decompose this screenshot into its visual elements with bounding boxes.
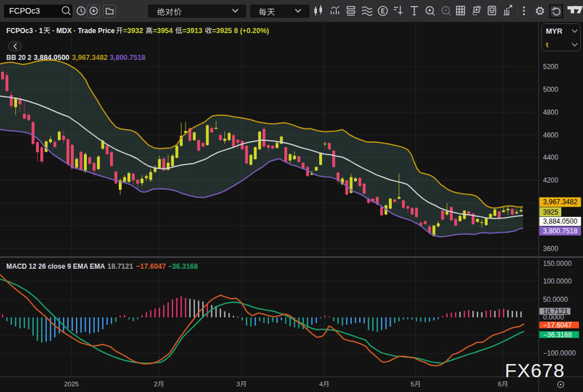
svg-text:3,967.3482: 3,967.3482 [543, 198, 577, 206]
svg-text:FX678: FX678 [505, 359, 565, 381]
svg-text:3,884.0500: 3,884.0500 [34, 54, 70, 62]
svg-text:=3954: =3954 [152, 27, 172, 35]
svg-text:3,800.7518: 3,800.7518 [543, 227, 577, 235]
svg-text:t: t [546, 41, 549, 49]
svg-text:3: 3 [236, 381, 240, 387]
svg-text:100.0000: 100.0000 [543, 277, 572, 285]
svg-text:5000: 5000 [543, 86, 558, 94]
svg-text:3,967.3482: 3,967.3482 [72, 54, 108, 62]
svg-text:3925: 3925 [543, 208, 558, 216]
svg-text:50.0000: 50.0000 [543, 296, 568, 304]
svg-text:· MDX · Trade Price: · MDX · Trade Price [53, 27, 115, 35]
svg-text:=3925 8 (+0.20%): =3925 8 (+0.20%) [212, 27, 269, 35]
svg-text:150.0000: 150.0000 [543, 260, 572, 268]
svg-text:4: 4 [319, 381, 323, 387]
svg-text:18.7121: 18.7121 [107, 262, 133, 270]
svg-text:3,800.7518: 3,800.7518 [110, 54, 146, 62]
svg-text:3600: 3600 [543, 245, 558, 253]
svg-text:4800: 4800 [543, 108, 558, 116]
svg-text:4200: 4200 [543, 176, 558, 184]
svg-text:−36.3168: −36.3168 [168, 262, 198, 270]
svg-text:−36.3168: −36.3168 [543, 331, 572, 339]
svg-text:3,884.0500: 3,884.0500 [543, 217, 577, 225]
svg-text:4400: 4400 [543, 153, 558, 161]
svg-text:6: 6 [498, 381, 501, 387]
svg-text:FCPOc3 · 1: FCPOc3 · 1 [6, 27, 43, 35]
svg-text:18.7121: 18.7121 [543, 308, 568, 316]
svg-text:2: 2 [154, 381, 158, 387]
svg-text:=3932: =3932 [123, 27, 143, 35]
svg-text:5: 5 [411, 381, 414, 387]
svg-text:MYR: MYR [546, 27, 563, 35]
svg-text:MACD 12 26 close 9 EMA EMA: MACD 12 26 close 9 EMA EMA [6, 262, 105, 270]
svg-text:2025: 2025 [64, 381, 79, 387]
svg-text:−17.6047: −17.6047 [136, 262, 166, 270]
svg-text:−17.6047: −17.6047 [543, 321, 572, 329]
svg-text:−100.0000: −100.0000 [543, 349, 576, 357]
svg-text:4600: 4600 [543, 131, 558, 139]
svg-text:=3913: =3913 [182, 27, 202, 35]
svg-text:5200: 5200 [543, 63, 558, 71]
svg-text:BB 20 2: BB 20 2 [6, 54, 31, 62]
